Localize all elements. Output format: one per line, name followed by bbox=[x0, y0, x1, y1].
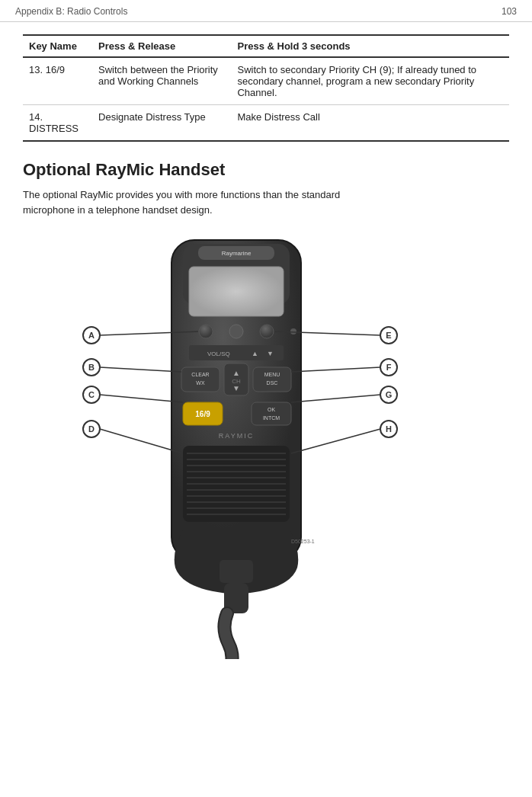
svg-rect-4 bbox=[189, 267, 284, 316]
svg-text:H: H bbox=[386, 424, 392, 434]
svg-text:▼: ▼ bbox=[232, 384, 240, 392]
svg-line-61 bbox=[291, 367, 380, 372]
svg-rect-41 bbox=[220, 560, 253, 583]
diagram-container: Raymarine VOL/SQ ▲ ▼ CLEAR WX MENU DSC bbox=[23, 232, 509, 659]
svg-line-67 bbox=[291, 429, 380, 453]
svg-text:RAYMIC: RAYMIC bbox=[219, 432, 254, 440]
svg-line-49 bbox=[100, 367, 181, 372]
press-hold-cell: Switch to secondary Priority CH (9); If … bbox=[231, 57, 509, 105]
table-row: 14. DISTRESS Designate Distress Type Mak… bbox=[23, 105, 509, 142]
table-row: 13. 16/9 Switch between the Priority and… bbox=[23, 57, 509, 105]
press-release-cell: Switch between the Priority and Working … bbox=[92, 57, 231, 105]
svg-point-50 bbox=[83, 386, 100, 403]
svg-line-55 bbox=[100, 429, 183, 453]
svg-rect-9 bbox=[189, 345, 284, 360]
svg-text:▼: ▼ bbox=[267, 350, 274, 357]
header-right: 103 bbox=[502, 6, 517, 17]
svg-text:INTCM: INTCM bbox=[263, 415, 280, 421]
svg-text:CLEAR: CLEAR bbox=[191, 372, 209, 377]
svg-point-62 bbox=[380, 386, 397, 403]
svg-text:C: C bbox=[88, 390, 95, 399]
svg-point-44 bbox=[83, 327, 100, 344]
svg-line-52 bbox=[100, 395, 183, 402]
svg-rect-0 bbox=[171, 240, 301, 560]
svg-line-58 bbox=[274, 331, 380, 335]
svg-text:F: F bbox=[386, 363, 392, 372]
svg-text:D50253-1: D50253-1 bbox=[291, 539, 315, 544]
svg-text:CH: CH bbox=[232, 378, 241, 385]
svg-point-7 bbox=[260, 325, 274, 338]
svg-text:E: E bbox=[386, 331, 391, 340]
svg-rect-42 bbox=[224, 583, 248, 613]
svg-rect-1 bbox=[183, 244, 290, 305]
radio-controls-table: Key Name Press & Release Press & Hold 3 … bbox=[23, 34, 509, 142]
svg-text:G: G bbox=[386, 390, 393, 399]
svg-line-46 bbox=[100, 331, 198, 335]
svg-rect-19 bbox=[224, 363, 248, 395]
section-description: The optional RayMic provides you with mo… bbox=[23, 187, 343, 217]
svg-point-59 bbox=[380, 359, 397, 376]
svg-text:VOL/SQ: VOL/SQ bbox=[207, 350, 230, 357]
press-release-cell: Designate Distress Type bbox=[92, 105, 231, 142]
press-hold-cell: Make Distress Call bbox=[231, 105, 509, 142]
svg-point-56 bbox=[380, 327, 397, 344]
col-key-name: Key Name bbox=[23, 35, 92, 57]
svg-rect-25 bbox=[252, 402, 291, 425]
col-press-hold: Press & Hold 3 seconds bbox=[231, 35, 509, 57]
svg-rect-13 bbox=[181, 367, 220, 392]
svg-point-8 bbox=[290, 328, 296, 334]
svg-rect-16 bbox=[253, 367, 291, 392]
svg-text:DSC: DSC bbox=[267, 380, 278, 386]
svg-point-6 bbox=[229, 325, 243, 338]
svg-text:▲: ▲ bbox=[232, 369, 240, 377]
key-name-cell: 13. 16/9 bbox=[23, 57, 92, 105]
svg-text:D: D bbox=[88, 424, 95, 434]
svg-point-53 bbox=[83, 421, 100, 437]
svg-text:A: A bbox=[88, 331, 95, 340]
svg-text:B: B bbox=[88, 363, 95, 372]
svg-rect-2 bbox=[198, 246, 274, 260]
svg-text:16/9: 16/9 bbox=[195, 410, 210, 418]
svg-text:OK: OK bbox=[268, 407, 275, 412]
svg-text:▲: ▲ bbox=[252, 350, 258, 357]
svg-point-47 bbox=[83, 359, 100, 376]
header-left: Appendix B: Radio Controls bbox=[15, 6, 127, 17]
main-content: Key Name Press & Release Press & Hold 3 … bbox=[0, 22, 532, 674]
col-press-release: Press & Release bbox=[92, 35, 231, 57]
svg-point-65 bbox=[380, 421, 397, 437]
section-title: Optional RayMic Handset bbox=[23, 160, 509, 180]
key-name-cell: 14. DISTRESS bbox=[23, 105, 92, 142]
svg-line-64 bbox=[291, 395, 380, 402]
diagram-svg: Raymarine VOL/SQ ▲ ▼ CLEAR WX MENU DSC bbox=[23, 232, 509, 659]
svg-rect-29 bbox=[183, 446, 290, 522]
svg-rect-23 bbox=[183, 402, 223, 425]
svg-text:Raymarine: Raymarine bbox=[222, 250, 252, 257]
svg-point-5 bbox=[199, 325, 213, 338]
page-header: Appendix B: Radio Controls 103 bbox=[0, 0, 532, 22]
svg-text:MENU: MENU bbox=[264, 372, 280, 377]
svg-text:WX: WX bbox=[196, 380, 205, 386]
